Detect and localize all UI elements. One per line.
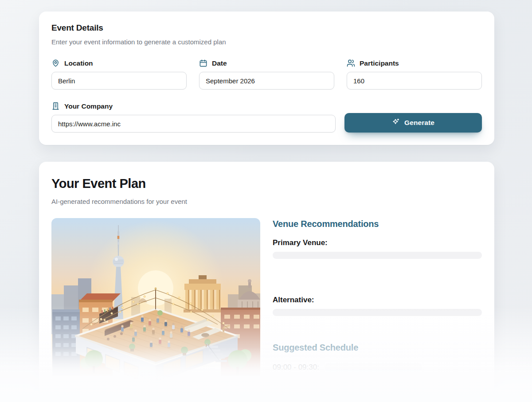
- users-icon: [347, 59, 355, 67]
- company-input[interactable]: [51, 115, 336, 133]
- participants-field-group: Participants: [347, 59, 482, 90]
- primary-venue-skeleton: [273, 252, 482, 259]
- map-pin-icon: [51, 59, 60, 67]
- fields-row: Location Date Participants: [51, 59, 482, 90]
- schedule-slot-skeleton: [325, 363, 422, 371]
- event-plan-subtitle: AI-generated recommendations for your ev…: [51, 197, 482, 206]
- event-details-card: Event Details Enter your event informati…: [39, 12, 494, 145]
- primary-venue-label: Primary Venue:: [273, 238, 482, 248]
- date-label: Date: [199, 59, 334, 67]
- alternative-venue-skeleton: [273, 309, 482, 316]
- company-field-group: Your Company: [51, 102, 336, 133]
- schedule-slot-time: 09:00 - 09:30:: [273, 363, 319, 372]
- page-container: Event Details Enter your event informati…: [39, 0, 494, 402]
- participants-input[interactable]: [347, 72, 482, 90]
- company-label: Your Company: [51, 102, 336, 110]
- calendar-icon: [199, 59, 207, 67]
- event-details-subtitle: Enter your event information to generate…: [51, 38, 482, 46]
- plan-details-column: Venue Recommendations Primary Venue: Alt…: [273, 218, 482, 372]
- company-row: Your Company Generate: [51, 102, 482, 133]
- berlin-rooftop-illustration: [51, 218, 260, 382]
- location-label-text: Location: [64, 59, 93, 67]
- participants-label: Participants: [347, 59, 482, 67]
- event-details-title: Event Details: [51, 23, 482, 33]
- event-plan-card: Your Event Plan AI-generated recommendat…: [39, 162, 494, 402]
- location-field-group: Location: [51, 59, 187, 90]
- plan-content-row: Venue Recommendations Primary Venue: Alt…: [51, 218, 482, 382]
- suggested-schedule-heading: Suggested Schedule: [273, 343, 482, 353]
- date-field-group: Date: [199, 59, 334, 90]
- date-input[interactable]: [199, 72, 334, 90]
- event-plan-title: Your Event Plan: [51, 176, 482, 191]
- generate-button-label: Generate: [404, 119, 434, 127]
- generate-button[interactable]: Generate: [344, 113, 482, 133]
- building-icon: [51, 102, 60, 110]
- company-label-text: Your Company: [64, 102, 113, 110]
- event-illustration: [51, 218, 260, 382]
- alternative-venue-label: Alternative:: [273, 295, 482, 305]
- location-label: Location: [51, 59, 187, 67]
- venue-recommendations-heading: Venue Recommendations: [273, 219, 482, 229]
- participants-label-text: Participants: [360, 59, 399, 67]
- location-input[interactable]: [51, 72, 187, 90]
- sparkles-icon: [392, 118, 400, 128]
- schedule-slot-row: 09:00 - 09:30:: [273, 363, 482, 372]
- date-label-text: Date: [212, 59, 227, 67]
